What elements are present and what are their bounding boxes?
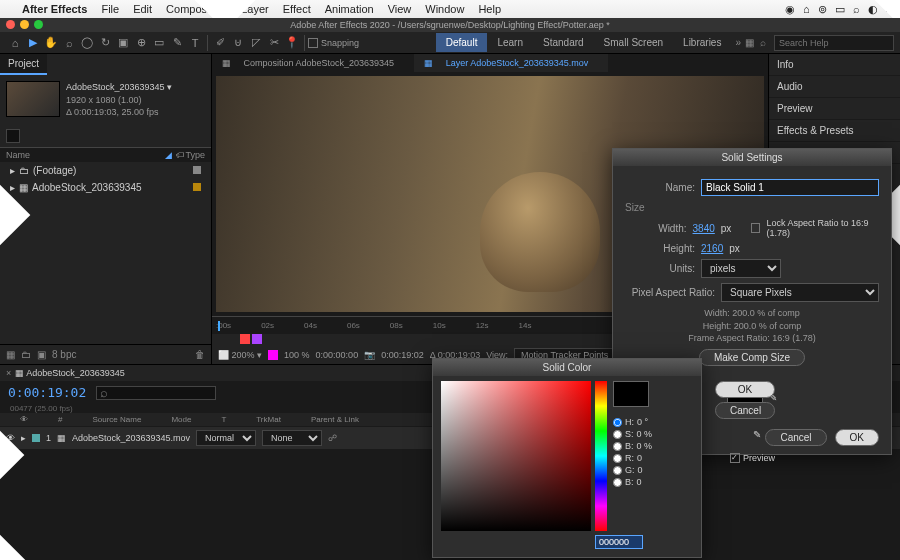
- timeline-tab[interactable]: ▦ AdobeStock_203639345: [15, 368, 125, 378]
- project-thumbnail[interactable]: [6, 81, 60, 117]
- project-row-comp[interactable]: ▸ ▦ AdobeStock_203639345: [0, 179, 211, 196]
- panel-effects[interactable]: Effects & Presets: [769, 120, 900, 142]
- snapping-checkbox[interactable]: [308, 38, 318, 48]
- units-dropdown[interactable]: pixels: [701, 259, 781, 278]
- layer-name[interactable]: AdobeStock_203639345.mov: [72, 433, 190, 443]
- bl-radio[interactable]: [613, 478, 622, 487]
- workspace-overflow-icon[interactable]: »: [735, 37, 741, 48]
- bl-value[interactable]: 0: [637, 477, 642, 487]
- tc-current[interactable]: 0:00:19:02: [381, 350, 424, 360]
- preview-checkbox[interactable]: [730, 453, 740, 463]
- h-value[interactable]: 0 °: [637, 417, 648, 427]
- eraser-tool[interactable]: ◸: [247, 34, 265, 52]
- par-dropdown[interactable]: Square Pixels: [721, 283, 879, 302]
- g-value[interactable]: 0: [638, 465, 643, 475]
- blend-mode-dropdown[interactable]: Normal: [196, 430, 256, 446]
- siri-icon[interactable]: ◐: [868, 3, 878, 16]
- panel-audio[interactable]: Audio: [769, 76, 900, 98]
- panel-info[interactable]: Info: [769, 54, 900, 76]
- menu-edit[interactable]: Edit: [133, 3, 152, 15]
- hand-tool[interactable]: ✋: [42, 34, 60, 52]
- menu-file[interactable]: File: [101, 3, 119, 15]
- height-value[interactable]: 2160: [701, 243, 723, 254]
- cancel-button[interactable]: Cancel: [765, 429, 826, 446]
- menu-effect[interactable]: Effect: [283, 3, 311, 15]
- zoom-window-button[interactable]: [34, 20, 43, 29]
- timecode-display[interactable]: 0:00:19:02: [8, 385, 86, 400]
- selection-tool[interactable]: ▶: [24, 34, 42, 52]
- close-tab-icon[interactable]: ×: [6, 368, 11, 378]
- roto-tool[interactable]: ✂: [265, 34, 283, 52]
- s-value[interactable]: 0 %: [637, 429, 653, 439]
- home-button[interactable]: ⌂: [6, 34, 24, 52]
- shape-tool[interactable]: ▭: [150, 34, 168, 52]
- camera-icon[interactable]: 📷: [364, 350, 375, 360]
- tag-icon[interactable]: 🏷: [176, 150, 185, 160]
- picker-eyedropper-icon[interactable]: ✎: [753, 429, 761, 440]
- comp-tab[interactable]: ▦ Composition AdobeStock_203639345: [212, 54, 414, 72]
- pen-tool[interactable]: ✎: [168, 34, 186, 52]
- color-field[interactable]: [441, 381, 591, 531]
- b-radio[interactable]: [613, 442, 622, 451]
- trash-icon[interactable]: 🗑: [195, 349, 205, 360]
- picker-cancel-button[interactable]: Cancel: [715, 402, 775, 419]
- timeline-search-input[interactable]: [96, 386, 216, 400]
- interpret-icon[interactable]: ▦: [6, 349, 15, 360]
- picker-ok-button[interactable]: OK: [715, 381, 775, 398]
- cc-icon[interactable]: ◉: [785, 3, 795, 16]
- lock-aspect-checkbox[interactable]: [751, 223, 760, 233]
- dropbox-icon[interactable]: ⌂: [803, 3, 810, 16]
- workspace-libraries[interactable]: Libraries: [673, 33, 731, 52]
- panel-preview[interactable]: Preview: [769, 98, 900, 120]
- width-value[interactable]: 3840: [693, 223, 715, 234]
- zoom-dropdown[interactable]: ⬜ 200% ▾: [218, 350, 262, 360]
- col-type[interactable]: Type: [185, 150, 205, 160]
- tc-start[interactable]: 0:00:00:00: [316, 350, 359, 360]
- twirl-icon[interactable]: ▸: [10, 182, 15, 193]
- h-radio[interactable]: [613, 418, 622, 427]
- project-search-input[interactable]: [6, 129, 20, 143]
- layer-tab[interactable]: ▦ Layer AdobeStock_203639345.mov: [414, 54, 608, 72]
- wifi-icon[interactable]: ⊚: [818, 3, 827, 16]
- search-icon[interactable]: ⌕: [853, 3, 860, 16]
- type-tool[interactable]: T: [186, 34, 204, 52]
- minimize-window-button[interactable]: [20, 20, 29, 29]
- new-comp-icon[interactable]: ▣: [37, 349, 46, 360]
- in-point-marker[interactable]: [240, 334, 250, 344]
- panel-menu-icon[interactable]: ▦: [745, 37, 754, 48]
- project-tab[interactable]: Project: [0, 54, 47, 75]
- layer-label-swatch[interactable]: [32, 434, 40, 442]
- bpc-toggle[interactable]: 8 bpc: [52, 349, 76, 360]
- hex-input[interactable]: [595, 535, 643, 549]
- clone-tool[interactable]: ⊍: [229, 34, 247, 52]
- camera-tool[interactable]: ▣: [114, 34, 132, 52]
- s-radio[interactable]: [613, 430, 622, 439]
- b-value[interactable]: 0 %: [637, 441, 653, 451]
- marker[interactable]: [252, 334, 262, 344]
- g-radio[interactable]: [613, 466, 622, 475]
- workspace-default[interactable]: Default: [436, 33, 488, 52]
- workspace-standard[interactable]: Standard: [533, 33, 594, 52]
- label-swatch[interactable]: [193, 166, 201, 174]
- new-folder-icon[interactable]: 🗀: [21, 349, 31, 360]
- battery-icon[interactable]: ▭: [835, 3, 845, 16]
- make-comp-size-button[interactable]: Make Comp Size: [699, 349, 805, 366]
- menu-animation[interactable]: Animation: [325, 3, 374, 15]
- workspace-small[interactable]: Small Screen: [594, 33, 673, 52]
- app-name[interactable]: After Effects: [22, 3, 87, 15]
- orbit-tool[interactable]: ◯: [78, 34, 96, 52]
- menu-view[interactable]: View: [388, 3, 412, 15]
- menu-help[interactable]: Help: [478, 3, 501, 15]
- rotate-tool[interactable]: ↻: [96, 34, 114, 52]
- label-swatch[interactable]: [193, 183, 201, 191]
- col-name[interactable]: Name: [6, 150, 165, 160]
- r-radio[interactable]: [613, 454, 622, 463]
- parent-pickwhip-icon[interactable]: ☍: [328, 433, 337, 443]
- pan-behind-tool[interactable]: ⊕: [132, 34, 150, 52]
- ch-r-icon[interactable]: [268, 350, 278, 360]
- menu-window[interactable]: Window: [425, 3, 464, 15]
- hue-slider[interactable]: [595, 381, 607, 531]
- brush-tool[interactable]: ✐: [211, 34, 229, 52]
- label-icon[interactable]: ◢: [165, 150, 172, 160]
- ok-button[interactable]: OK: [835, 429, 879, 446]
